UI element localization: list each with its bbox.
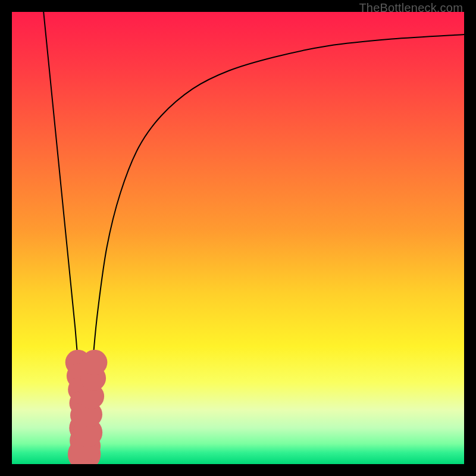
chart-svg bbox=[12, 12, 464, 464]
data-marker bbox=[82, 350, 108, 375]
chart-frame: TheBottleneck.com bbox=[0, 0, 476, 476]
plot-area bbox=[12, 12, 464, 464]
